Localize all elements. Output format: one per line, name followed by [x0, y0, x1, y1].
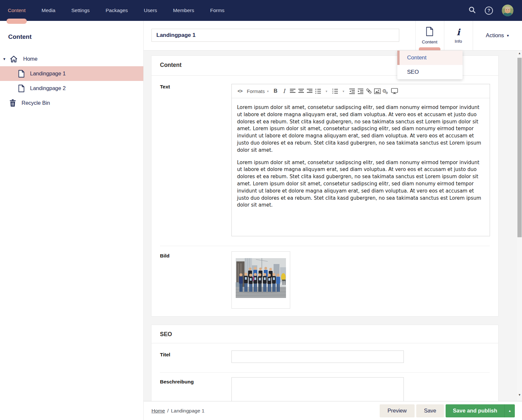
caret-down-icon: ▾ — [267, 89, 269, 93]
outdent-icon[interactable] — [348, 86, 356, 96]
property-divider — [160, 372, 490, 373]
editor-footer-bar: Home / Landingpage 1 Preview Save Save a… — [144, 401, 522, 420]
nav-item-settings[interactable]: Settings — [71, 0, 90, 21]
document-header: Content i Info Actions ▾ — [144, 21, 522, 51]
bold-icon[interactable]: B — [271, 86, 280, 96]
gear-glyph-small: ⚙ — [385, 91, 388, 95]
rte-toolbar: <> Formats ▾ B I — [232, 84, 490, 98]
tree-item-landingpage-1[interactable]: Landingpage 1 — [0, 66, 143, 81]
bild-field-label: Bild — [160, 253, 169, 259]
document-name-input[interactable] — [151, 29, 399, 42]
nav-item-packages[interactable]: Packages — [106, 0, 128, 21]
nav-item-label: Forms — [210, 8, 225, 13]
search-icon[interactable] — [468, 6, 476, 15]
align-center-icon[interactable] — [297, 86, 305, 96]
scrollable-workspace: Content Text <> Formats ▾ B I — [144, 51, 517, 401]
tab-info[interactable]: i Info — [444, 21, 473, 50]
nav-item-label: Content — [8, 8, 25, 13]
numbered-list-icon[interactable] — [331, 86, 339, 96]
formats-dropdown[interactable]: Formats ▾ — [247, 86, 269, 96]
nav-item-label: Settings — [71, 8, 90, 13]
umbraco-backoffice: Content Media Settings Packages Users Me… — [0, 0, 522, 420]
top-navigation-bar: Content Media Settings Packages Users Me… — [0, 0, 522, 21]
breadcrumb-separator: / — [167, 408, 168, 414]
vertical-scrollbar[interactable]: ▲ ▼ — [517, 51, 522, 401]
tree-item-label: Recycle Bin — [22, 100, 50, 106]
nav-item-label: Members — [173, 8, 194, 13]
nav-item-members[interactable]: Members — [173, 0, 194, 21]
caret-up-icon: ▴ — [509, 409, 511, 413]
sidebar-section-title: Content — [8, 33, 143, 40]
trash-icon — [9, 99, 16, 107]
indent-icon[interactable] — [356, 86, 365, 96]
active-nav-indicator — [7, 19, 27, 24]
scroll-up-arrow-icon[interactable]: ▲ — [517, 52, 522, 55]
tree-item-home[interactable]: ▾ Home — [0, 52, 143, 66]
help-icon[interactable]: ? — [485, 7, 493, 15]
rte-text-area[interactable]: Lorem ipsum dolor sit amet, consetetur s… — [232, 98, 490, 215]
content-tree: ▾ Home Landingpage 1 — [0, 52, 143, 110]
rte-paragraph: Lorem ipsum dolor sit amet, consetetur s… — [237, 104, 484, 154]
document-icon — [18, 70, 24, 78]
anchor-menu-item-seo[interactable]: SEO — [397, 65, 463, 79]
source-code-icon[interactable]: <> — [236, 86, 244, 96]
scroll-down-arrow-icon[interactable]: ▼ — [517, 393, 522, 397]
publish-options-caret-button[interactable]: ▴ — [504, 404, 515, 417]
align-right-icon[interactable] — [305, 86, 314, 96]
tree-item-landingpage-2[interactable]: Landingpage 2 — [0, 81, 143, 96]
titel-input[interactable] — [231, 350, 404, 363]
top-nav-utilities: ? — [468, 5, 522, 16]
nav-item-content[interactable]: Content — [8, 0, 25, 21]
nav-item-label: Users — [144, 8, 157, 13]
bullet-list-icon[interactable] — [314, 86, 322, 96]
image-icon[interactable] — [373, 86, 382, 96]
anchor-menu-item-content[interactable]: Content — [397, 51, 463, 65]
tab-label: Content — [422, 39, 437, 44]
nav-item-users[interactable]: Users — [144, 0, 157, 21]
bild-media-picker[interactable] — [231, 251, 290, 309]
align-left-icon[interactable] — [288, 86, 297, 96]
content-tree-sidebar: Content ▾ Home Landingpage 1 — [0, 21, 144, 420]
content-group-title: Content — [160, 62, 182, 69]
breadcrumb-home-link[interactable]: Home — [151, 408, 165, 414]
text-field-label: Text — [160, 84, 170, 90]
nav-item-label: Media — [41, 8, 55, 13]
expand-caret-icon[interactable]: ▾ — [3, 56, 6, 61]
macro-gears-icon[interactable]: ⚙⚙ — [382, 86, 390, 96]
formats-label: Formats — [247, 88, 265, 94]
save-button[interactable]: Save — [416, 404, 444, 417]
active-tab-indicator — [419, 47, 440, 50]
italic-icon[interactable]: I — [280, 86, 288, 96]
tab-content[interactable]: Content — [415, 21, 444, 50]
rte-paragraph: Lorem ipsum dolor sit amet, consetetur s… — [237, 159, 484, 209]
beschreibung-textarea[interactable] — [231, 377, 404, 401]
nav-item-forms[interactable]: Forms — [210, 0, 225, 21]
tree-item-recycle-bin[interactable]: Recycle Bin — [0, 96, 143, 110]
breadcrumb-current: Landingpage 1 — [171, 408, 205, 414]
actions-dropdown-button[interactable]: Actions ▾ — [473, 21, 522, 50]
actions-label: Actions — [486, 32, 504, 39]
save-and-publish-button[interactable]: Save and publish — [446, 404, 504, 417]
fullscreen-monitor-icon[interactable] — [390, 86, 399, 96]
help-glyph: ? — [487, 8, 490, 13]
footer-action-buttons: Preview Save Save and publish ▴ — [380, 404, 515, 417]
save-and-publish-split-button: Save and publish ▴ — [446, 404, 515, 417]
tree-item-label: Landingpage 2 — [30, 85, 66, 91]
scrollbar-thumb[interactable] — [517, 58, 522, 237]
beschreibung-field-label: Beschreibung — [160, 379, 194, 385]
caret-down-icon[interactable]: ▾ — [322, 86, 331, 96]
caret-down-icon: ▾ — [507, 33, 509, 38]
caret-down-icon[interactable]: ▾ — [339, 86, 348, 96]
tab-label: Info — [455, 39, 462, 44]
editor-workspace-column: Content i Info Actions ▾ Content Text — [144, 21, 522, 420]
link-icon[interactable] — [365, 86, 373, 96]
content-tab-anchor-menu: Content SEO — [397, 51, 463, 79]
breadcrumb: Home / Landingpage 1 — [151, 408, 204, 414]
property-divider — [160, 246, 490, 246]
document-icon — [18, 85, 24, 92]
content-tab-document-icon — [426, 27, 433, 38]
preview-button[interactable]: Preview — [380, 404, 415, 417]
content-group-panel: Content Text <> Formats ▾ B I — [151, 55, 498, 317]
nav-item-media[interactable]: Media — [41, 0, 55, 21]
user-avatar[interactable] — [502, 5, 514, 16]
